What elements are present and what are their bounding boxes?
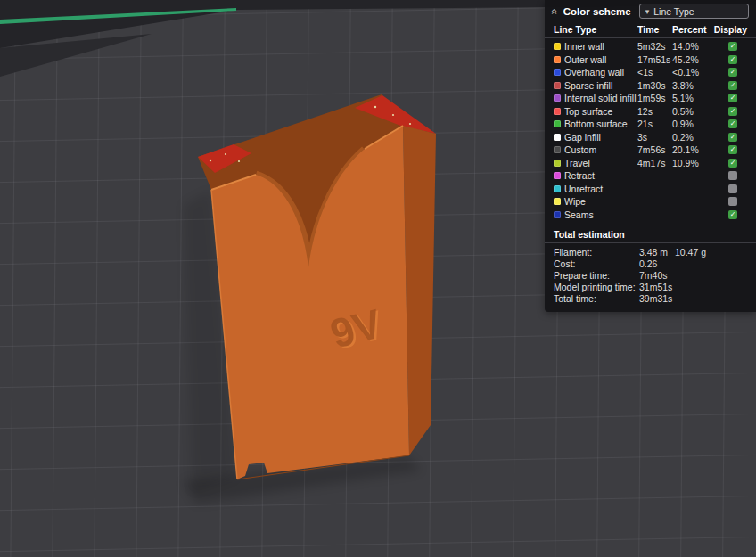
line-type-label: Bottom surface <box>564 119 637 129</box>
total-row: Filament: 3.48 m 10.47 g <box>545 246 756 258</box>
line-type-time: 5m32s <box>637 41 672 52</box>
line-type-row: Sparse infill 1m30s 3.8% ✓ <box>545 79 756 93</box>
line-type-label: Internal solid infill <box>564 93 637 103</box>
total-row-label: Total time: <box>554 293 639 304</box>
display-checkbox[interactable] <box>728 171 737 180</box>
line-type-label: Custom <box>564 144 637 155</box>
line-type-label: Inner wall <box>564 41 637 52</box>
line-type-color-swatch <box>554 82 561 89</box>
line-type-label: Top surface <box>564 106 637 117</box>
line-type-label: Wipe <box>564 196 637 207</box>
infill-speck <box>374 106 376 108</box>
line-type-row: Top surface 12s 0.5% ✓ <box>545 105 756 119</box>
line-type-time: <1s <box>637 67 672 78</box>
model-9v[interactable]: 9V 9V <box>198 94 436 479</box>
line-type-color-swatch <box>554 160 561 167</box>
line-type-time: 21s <box>637 119 672 129</box>
line-type-color-swatch <box>554 108 561 115</box>
line-type-label: Unretract <box>564 184 637 194</box>
total-estimation-title: Total estimation <box>545 225 756 243</box>
dropdown-value: Line Type <box>653 6 694 17</box>
total-row-value2: 10.47 g <box>675 247 747 258</box>
line-type-row: Travel 4m17s 10.9% ✓ <box>545 157 756 170</box>
line-type-color-swatch <box>554 146 561 153</box>
col-display: Display <box>714 24 749 35</box>
line-type-percent: 0.9% <box>672 119 713 129</box>
line-type-color-swatch <box>554 43 561 50</box>
display-checkbox[interactable] <box>728 184 737 193</box>
table-header: Line Type Time Percent Display <box>545 21 756 38</box>
total-row-label: Prepare time: <box>554 270 639 281</box>
line-type-label: Sparse infill <box>564 80 637 91</box>
line-type-label: Seams <box>564 209 637 220</box>
line-type-row: Gap infill 3s 0.2% ✓ <box>545 131 756 144</box>
line-type-time: 12s <box>637 106 672 117</box>
line-type-time: 3s <box>637 132 672 143</box>
line-type-row: Overhang wall <1s <0.1% ✓ <box>545 66 756 79</box>
panel-header: « Color scheme ▾ Line Type <box>545 0 756 21</box>
total-row-label: Filament: <box>554 247 639 258</box>
line-type-time: 1m30s <box>637 80 672 91</box>
total-row: Model printing time: 31m51s <box>545 282 756 293</box>
line-type-percent: 10.9% <box>672 158 713 168</box>
total-row: Total time: 39m31s <box>545 293 756 305</box>
display-checkbox[interactable]: ✓ <box>728 42 737 51</box>
line-type-percent: 0.5% <box>672 106 713 117</box>
line-type-color-swatch <box>554 94 561 102</box>
line-type-row: Retract <box>545 169 756 183</box>
display-checkbox[interactable]: ✓ <box>728 119 737 128</box>
display-checkbox[interactable] <box>728 197 737 206</box>
infill-speck <box>225 153 226 155</box>
display-checkbox[interactable]: ✓ <box>728 159 737 168</box>
line-type-time: 1m59s <box>637 93 672 103</box>
line-type-percent: 0.2% <box>672 132 713 143</box>
line-type-label: Travel <box>564 158 637 168</box>
display-checkbox[interactable]: ✓ <box>728 133 737 142</box>
display-checkbox[interactable]: ✓ <box>728 81 737 90</box>
display-checkbox[interactable]: ✓ <box>728 94 737 102</box>
display-checkbox[interactable]: ✓ <box>728 68 737 77</box>
total-row: Cost: 0.26 <box>545 258 756 269</box>
view-type-dropdown[interactable]: ▾ Line Type <box>639 4 749 19</box>
line-type-row: Wipe <box>545 195 756 209</box>
line-type-label: Retract <box>564 170 637 181</box>
col-percent: Percent <box>672 24 713 35</box>
line-type-color-swatch <box>554 69 561 76</box>
total-row: Prepare time: 7m40s <box>545 269 756 281</box>
total-row-value: 3.48 m <box>639 247 675 258</box>
line-type-label: Outer wall <box>564 54 637 65</box>
display-checkbox[interactable]: ✓ <box>728 55 737 64</box>
line-type-color-swatch <box>554 211 561 218</box>
col-time: Time <box>637 24 672 35</box>
panel-title: Color scheme <box>563 6 631 17</box>
infill-speck <box>210 160 211 161</box>
collapse-panel-icon[interactable]: « <box>549 8 560 14</box>
line-type-time: 17m51s <box>637 54 672 65</box>
line-type-percent: 20.1% <box>672 144 713 155</box>
color-scheme-panel: « Color scheme ▾ Line Type Line Type Tim… <box>545 0 756 312</box>
line-type-time: 4m17s <box>637 158 672 168</box>
display-checkbox[interactable]: ✓ <box>728 145 737 154</box>
display-checkbox[interactable]: ✓ <box>728 107 737 116</box>
line-type-color-swatch <box>554 56 561 63</box>
line-type-rows: Inner wall 5m32s 14.0% ✓ Outer wall 17m5… <box>545 38 756 221</box>
line-type-row: Seams ✓ <box>545 209 756 222</box>
line-type-percent: 3.8% <box>672 80 713 91</box>
total-row-value: 7m40s <box>639 270 675 281</box>
infill-speck <box>409 123 411 125</box>
total-row-value: 39m31s <box>639 293 675 304</box>
line-type-row: Unretract <box>545 183 756 196</box>
total-row-label: Cost: <box>554 258 639 269</box>
infill-speck <box>392 114 394 116</box>
line-type-color-swatch <box>554 134 561 141</box>
col-line-type: Line Type <box>554 24 637 35</box>
total-row-value: 0.26 <box>639 258 675 269</box>
display-checkbox[interactable]: ✓ <box>728 210 737 219</box>
line-type-color-swatch <box>554 198 561 205</box>
infill-speck <box>238 160 240 162</box>
line-type-row: Bottom surface 21s 0.9% ✓ <box>545 118 756 131</box>
line-type-label: Overhang wall <box>564 67 637 78</box>
line-type-color-swatch <box>554 185 561 192</box>
chevron-down-icon: ▾ <box>645 7 650 16</box>
line-type-row: Outer wall 17m51s 45.2% ✓ <box>545 53 756 67</box>
